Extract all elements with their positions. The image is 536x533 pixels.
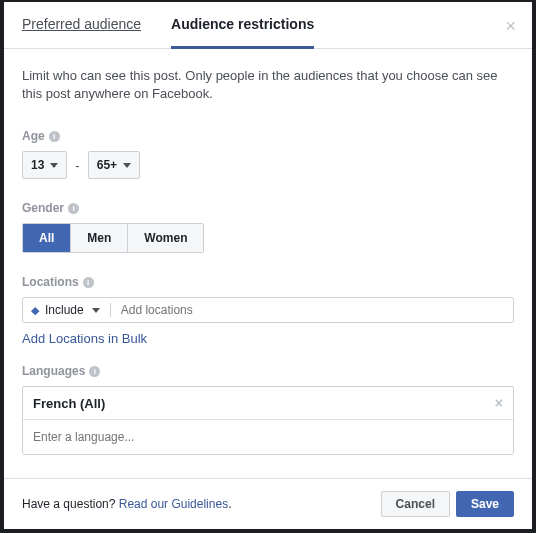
cancel-button[interactable]: Cancel [381,491,450,517]
chevron-down-icon [50,163,58,168]
gender-toggle: All Men Women [22,223,204,253]
age-dash: - [75,158,79,173]
language-tag-text: French (All) [33,396,105,411]
footer-question: Have a question? [22,497,119,511]
age-max-select[interactable]: 65+ [88,151,140,179]
info-icon[interactable]: i [68,203,79,214]
chevron-down-icon [92,308,100,313]
languages-box: French (All) × [22,386,514,455]
audience-modal: Preferred audience Audience restrictions… [4,2,532,529]
locations-box: ◆ Include [22,297,514,323]
info-icon[interactable]: i [89,366,100,377]
footer-help-text: Have a question? Read our Guidelines. [22,497,231,511]
age-min-select[interactable]: 13 [22,151,67,179]
modal-body: Limit who can see this post. Only people… [4,49,532,478]
chevron-down-icon [123,163,131,168]
include-select[interactable]: Include [45,303,111,317]
tab-audience-restrictions[interactable]: Audience restrictions [171,16,314,49]
gender-men-button[interactable]: Men [71,224,128,252]
age-label: Age i [22,129,514,143]
languages-input[interactable] [23,420,513,454]
info-icon[interactable]: i [49,131,60,142]
age-row: 13 - 65+ [22,151,514,179]
gender-label: Gender i [22,201,514,215]
footer-period: . [228,497,231,511]
include-value: Include [45,303,84,317]
gender-label-text: Gender [22,201,64,215]
tab-preferred-audience[interactable]: Preferred audience [22,16,141,48]
description-text: Limit who can see this post. Only people… [22,67,514,103]
languages-label-text: Languages [22,364,85,378]
gender-all-button[interactable]: All [23,224,71,252]
modal-footer: Have a question? Read our Guidelines. Ca… [4,478,532,529]
tabs: Preferred audience Audience restrictions… [4,2,532,49]
pin-icon: ◆ [31,304,39,317]
language-tag: French (All) × [23,387,513,420]
age-min-value: 13 [31,158,44,172]
guidelines-link[interactable]: Read our Guidelines [119,497,228,511]
close-icon[interactable]: × [505,16,516,37]
locations-label: Locations i [22,275,514,289]
add-locations-bulk-link[interactable]: Add Locations in Bulk [22,331,514,346]
gender-women-button[interactable]: Women [128,224,203,252]
languages-label: Languages i [22,364,514,378]
locations-input[interactable] [121,303,505,317]
footer-buttons: Cancel Save [381,491,514,517]
age-max-value: 65+ [97,158,117,172]
age-label-text: Age [22,129,45,143]
locations-label-text: Locations [22,275,79,289]
save-button[interactable]: Save [456,491,514,517]
remove-language-icon[interactable]: × [495,395,503,411]
info-icon[interactable]: i [83,277,94,288]
